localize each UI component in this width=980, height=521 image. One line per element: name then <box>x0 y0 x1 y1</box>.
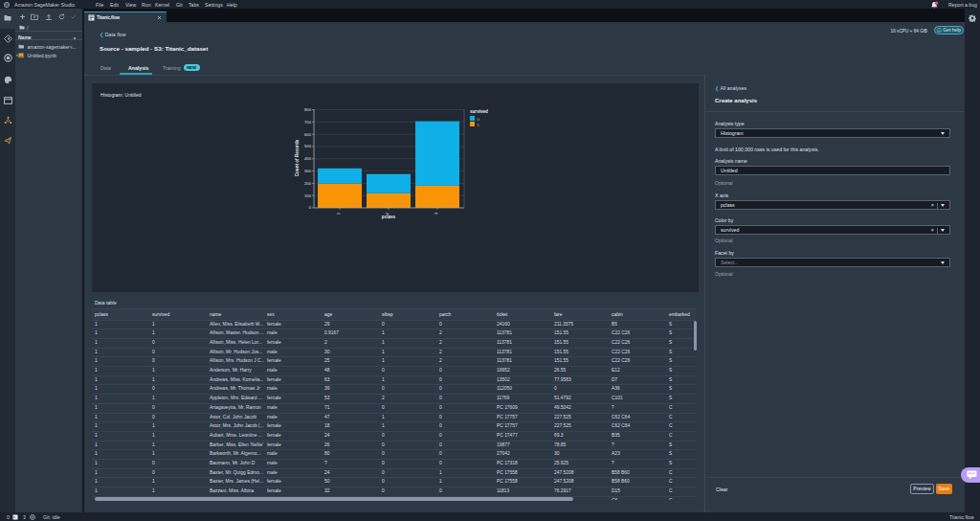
svg-text:0: 0 <box>478 117 480 122</box>
svg-text:1: 1 <box>478 123 480 127</box>
svg-text:Count of Records: Count of Records <box>295 139 300 176</box>
svg-text:3: 3 <box>434 212 438 215</box>
svg-text:300: 300 <box>304 169 312 173</box>
svg-text:800: 800 <box>304 107 312 112</box>
svg-text:200: 200 <box>304 181 312 186</box>
svg-text:400: 400 <box>304 156 312 161</box>
svg-text:1: 1 <box>336 212 341 215</box>
svg-text:100: 100 <box>304 193 312 198</box>
svg-text:pclass: pclass <box>382 215 396 219</box>
svg-text:0: 0 <box>309 205 312 210</box>
svg-text:500: 500 <box>304 144 312 148</box>
svg-text:survived: survived <box>470 109 488 114</box>
svg-text:700: 700 <box>304 120 312 125</box>
svg-text:600: 600 <box>304 132 312 137</box>
